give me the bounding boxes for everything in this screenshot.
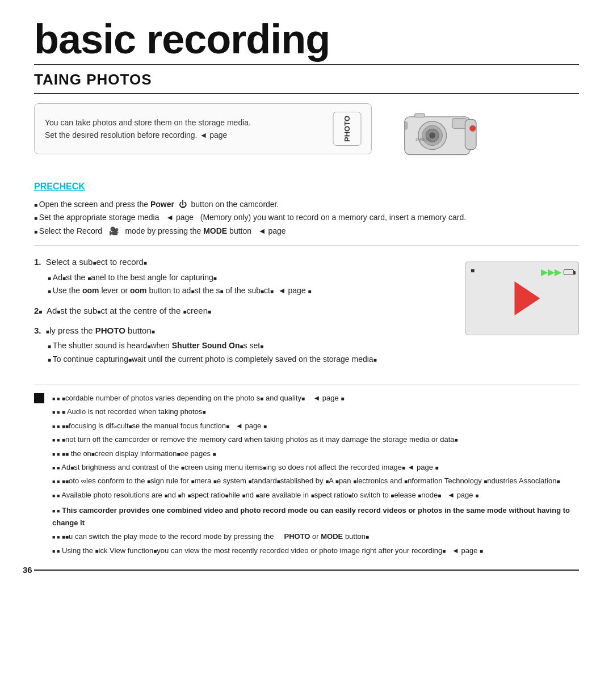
camera-image: SAMSUNG (394, 103, 485, 170)
viewfinder-arrow (515, 281, 540, 315)
title-divider (34, 64, 579, 65)
section-divider (34, 93, 579, 94)
intro-section: You can take photos and store them on th… (34, 103, 579, 170)
step-3-sub-2: To continue capturing■wait until the cur… (48, 353, 454, 366)
note-item-7: ■ ■■oto ∞les conform to the ■sign rule f… (52, 475, 579, 487)
page-container: basic recording TAING PHOTOS You can tak… (0, 0, 613, 588)
intro-line1: You can take photos and store them on th… (45, 116, 251, 129)
step-1: 1. Select a sub■ect to record■ Ad■st the… (34, 256, 454, 298)
note-item-10: ■ ■■u can switch the play mode to the re… (52, 530, 579, 542)
svg-text:SAMSUNG: SAMSUNG (416, 138, 431, 141)
precheck-section: PRECHECK Open the screen and press the P… (34, 180, 579, 238)
step-1-sub-1: Ad■st the ■anel to the best angle for ca… (48, 271, 454, 285)
section-title: TAING PHOTOS (34, 69, 579, 91)
note-item-2: ■ ■ Audio is not recorded when taking ph… (52, 406, 579, 418)
note-item-4: ■ ■not turn off the camcorder or remove … (52, 433, 579, 445)
step-3: 3. ■ly press the PHOTO button■ The shutt… (34, 324, 454, 366)
note-item-8: ■ Available photo resolutions are ■nd ■h… (52, 489, 579, 501)
note-item-3: ■ ■■focusing is dif∞cult■se the manual f… (52, 420, 579, 432)
step-1-sub-2: Use the oom lever or oom button to ad■st… (48, 284, 454, 298)
photo-button-box: PHOTO (333, 112, 362, 146)
steps-content: 1. Select a sub■ect to record■ Ad■st the… (34, 256, 454, 373)
steps-section: 1. Select a sub■ect to record■ Ad■st the… (34, 256, 579, 373)
notes-content: ■ ■cordable number of photos varies depe… (52, 392, 579, 558)
step-1-substeps: Ad■st the ■anel to the best angle for ca… (34, 271, 454, 298)
step-2-header: 2■ Ad■st the sub■ct at the centre of the… (34, 305, 454, 318)
photo-button-label: PHOTO (342, 116, 353, 142)
fast-forward-icon: ▶▶▶ (541, 265, 561, 279)
svg-rect-8 (405, 122, 407, 129)
viewfinder-icon-top-right: ▶▶▶ (541, 265, 574, 279)
bottom-divider (34, 570, 579, 571)
intro-line2: Set the desired resolution before record… (45, 129, 251, 141)
step-3-substeps: The shutter sound is heard■when Shutter … (34, 339, 454, 366)
note-item-11: ■ Using the ■ick View function■you can v… (52, 545, 579, 556)
note-box-icon (34, 393, 44, 403)
note-item-9: ■ This camcorder provides one combined v… (52, 504, 579, 529)
main-title: basic recording (34, 17, 579, 62)
svg-rect-6 (415, 113, 425, 117)
note-item-1: ■ ■cordable number of photos varies depe… (52, 392, 579, 404)
step-2: 2■ Ad■st the sub■ct at the centre of the… (34, 305, 454, 318)
page-number: 36 (23, 564, 32, 577)
step-1-header: 1. Select a sub■ect to record■ (34, 256, 454, 269)
precheck-item-3: Select the Record 🎥 mode by pressing the… (34, 225, 579, 238)
step-1-number: 1. (34, 257, 41, 267)
precheck-item-1: Open the screen and press the Power ⏻ bu… (34, 198, 579, 212)
precheck-title: PRECHECK (34, 180, 579, 193)
note-item-5: ■ ■■ the on■creen display information■ee… (52, 448, 579, 459)
battery-box (564, 269, 574, 275)
precheck-item-2: Set the appropriate storage media ◄ page… (34, 211, 579, 225)
viewfinder-icon-top-left: ■ (471, 265, 475, 276)
notes-section: ■ ■cordable number of photos varies depe… (34, 385, 579, 558)
step-3-sub-1: The shutter sound is heard■when Shutter … (48, 339, 454, 353)
intro-box: You can take photos and store them on th… (34, 103, 372, 154)
camera-svg: SAMSUNG (394, 103, 485, 166)
step-3-number: 3. (34, 326, 41, 335)
svg-rect-7 (465, 120, 477, 150)
step-3-header: 3. ■ly press the PHOTO button■ (34, 324, 454, 338)
intro-text: You can take photos and store them on th… (45, 116, 251, 142)
viewfinder-box: ■ ▶▶▶ (465, 262, 579, 335)
svg-point-10 (470, 125, 476, 132)
note-item-6: ■ Ad■st brightness and contrast of the ■… (52, 461, 579, 473)
precheck-list: Open the screen and press the Power ⏻ bu… (34, 198, 579, 238)
svg-rect-5 (452, 119, 467, 129)
step-2-number: 2■ (34, 306, 42, 315)
